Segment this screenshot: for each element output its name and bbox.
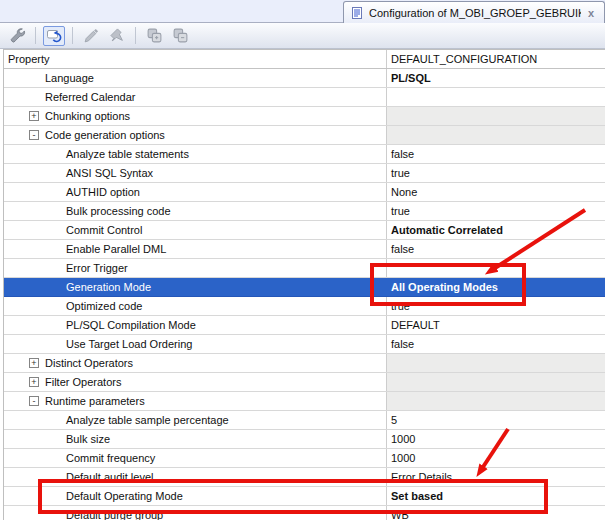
table-row[interactable]: PL/SQL Compilation ModeDEFAULT [4,316,605,335]
property-cell: Analyze table sample percentage [4,411,386,429]
table-row[interactable]: Commit frequency1000 [4,449,605,468]
property-label: Optimized code [66,297,142,315]
property-value[interactable] [386,259,605,277]
property-label: Analyze table sample percentage [66,411,229,429]
property-value[interactable]: 1000 [386,449,605,467]
table-row[interactable]: Referred Calendar [4,88,605,107]
table-row[interactable]: Use Target Load Orderingfalse [4,335,605,354]
property-cell: -Code generation options [4,126,386,144]
property-value[interactable]: WB [386,506,605,520]
property-label: Use Target Load Ordering [66,335,192,353]
property-label: Runtime parameters [45,392,145,410]
property-cell: Default audit level [4,468,386,486]
property-label: ANSI SQL Syntax [66,164,153,182]
property-value[interactable] [386,107,605,125]
property-value[interactable]: 5 [386,411,605,429]
property-cell: Enable Parallel DML [4,240,386,258]
property-value[interactable] [386,354,605,372]
property-value[interactable]: false [386,145,605,163]
property-label: Language [45,69,94,87]
property-label: Default audit level [66,468,153,486]
table-row[interactable]: Analyze table sample percentage5 [4,411,605,430]
sync-configuration-icon[interactable] [43,26,65,46]
table-row[interactable]: +Distinct Operators [4,354,605,373]
property-value[interactable] [386,373,605,391]
pin-icon[interactable] [106,26,128,46]
property-cell: +Chunking options [4,107,386,125]
property-table-body: LanguagePL/SQLReferred Calendar+Chunking… [4,69,605,520]
property-value[interactable]: true [386,202,605,220]
table-row[interactable]: +Filter Operators [4,373,605,392]
property-cell: Bulk size [4,430,386,448]
property-value[interactable]: 1000 [386,430,605,448]
property-label: Enable Parallel DML [66,240,166,258]
brush-icon[interactable] [80,26,102,46]
table-header: Property DEFAULT_CONFIGURATION [4,50,605,69]
collapse-icon[interactable]: - [29,130,39,140]
table-row[interactable]: Analyze table statementsfalse [4,145,605,164]
property-value[interactable]: false [386,240,605,258]
property-value[interactable]: false [386,335,605,353]
table-row[interactable]: Enable Parallel DMLfalse [4,240,605,259]
property-cell: ANSI SQL Syntax [4,164,386,182]
property-value[interactable]: All Operating Modes [386,278,605,296]
table-row[interactable]: Error Trigger [4,259,605,278]
tab-configuration[interactable]: Configuration of M_OBI_GROEP_GEBRUIKER x [343,1,605,23]
property-label: Commit frequency [66,449,155,467]
table-row[interactable]: Default audit levelError Details [4,468,605,487]
table-row[interactable]: Commit ControlAutomatic Correlated [4,221,605,240]
document-icon [350,6,364,20]
property-cell: Default Operating Mode [4,487,386,505]
property-label: Generation Mode [66,278,151,296]
property-value[interactable] [386,392,605,410]
property-label: Referred Calendar [45,88,136,106]
property-value[interactable]: true [386,164,605,182]
toolbar-separator [135,27,136,44]
table-row[interactable]: ANSI SQL Syntaxtrue [4,164,605,183]
toolbar-separator [35,27,36,44]
property-value[interactable]: DEFAULT [386,316,605,334]
property-cell: Default purge group [4,506,386,520]
table-row[interactable]: LanguagePL/SQL [4,69,605,88]
toolbar-separator [72,27,73,44]
property-label: Code generation options [45,126,165,144]
table-row[interactable]: Default Operating ModeSet based [4,487,605,506]
property-label: Error Trigger [66,259,128,277]
close-tab-icon[interactable]: x [586,7,596,19]
property-cell: Analyze table statements [4,145,386,163]
collapse-icon[interactable]: - [29,396,39,406]
property-cell: Optimized code [4,297,386,315]
property-value[interactable] [386,88,605,106]
property-label: Commit Control [66,221,142,239]
copy-front-icon[interactable] [143,26,165,46]
expand-icon[interactable]: + [29,358,39,368]
property-value[interactable]: None [386,183,605,201]
table-row[interactable]: Default purge groupWB [4,506,605,520]
property-cell: Use Target Load Ordering [4,335,386,353]
property-value[interactable]: true [386,297,605,315]
property-label: Chunking options [45,107,130,125]
property-cell: +Distinct Operators [4,354,386,372]
property-value[interactable]: PL/SQL [386,69,605,87]
wrench-icon[interactable] [6,26,28,46]
property-cell: Commit frequency [4,449,386,467]
table-row[interactable]: -Runtime parameters [4,392,605,411]
table-row[interactable]: +Chunking options [4,107,605,126]
expand-icon[interactable]: + [29,111,39,121]
property-cell: Error Trigger [4,259,386,277]
property-label: Bulk size [66,430,110,448]
table-row[interactable]: Bulk size1000 [4,430,605,449]
property-value[interactable]: Set based [386,487,605,505]
column-header-property: Property [4,50,386,68]
table-row[interactable]: -Code generation options [4,126,605,145]
table-row[interactable]: Generation ModeAll Operating Modes [4,278,605,297]
property-cell: Language [4,69,386,87]
property-value[interactable]: Automatic Correlated [386,221,605,239]
table-row[interactable]: Optimized codetrue [4,297,605,316]
table-row[interactable]: AUTHID optionNone [4,183,605,202]
property-value[interactable]: Error Details [386,468,605,486]
expand-icon[interactable]: + [29,377,39,387]
copy-back-icon[interactable] [169,26,191,46]
property-value[interactable] [386,126,605,144]
table-row[interactable]: Bulk processing codetrue [4,202,605,221]
